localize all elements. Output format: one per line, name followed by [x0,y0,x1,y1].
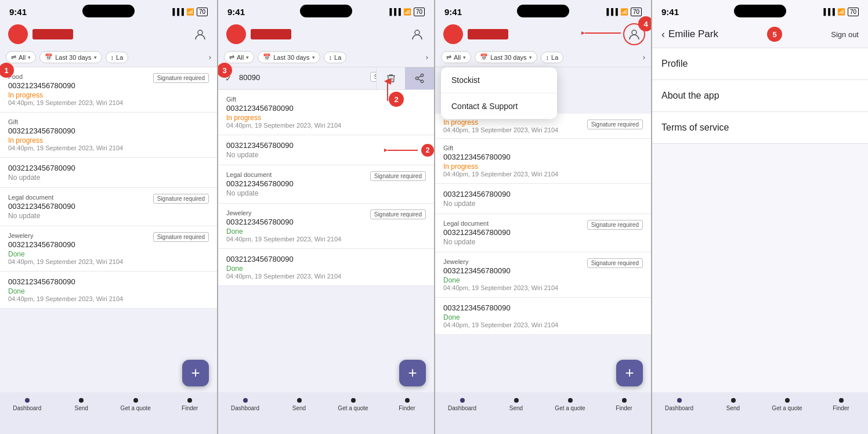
status-bar-1: 9:41 ▐▐▐ 📶 70 [0,0,217,21]
sig-badge: Signature required [153,194,209,204]
phone-panel-4: 9:41 ▐▐▐ 📶 70 ‹ Emilie Park 5 Sign out P… [651,0,868,434]
battery-icon: 70 [848,8,859,16]
nav-label: Finder [833,405,849,411]
list-item-jewelry-3: Jewelery 0032123456780090 Done 04:40pm, … [435,252,651,298]
nav-send-4[interactable]: Send [706,398,760,411]
nav-quote-4[interactable]: Get a quote [760,398,814,411]
nav-finder-1[interactable]: Finder [163,398,218,411]
nav-dot [514,398,519,403]
filter-date-1[interactable]: 📅 Last 30 days ▾ [39,51,102,63]
status-bar-3: 9:41 ▐▐▐ 📶 70 [435,0,651,21]
step-badge-5: 5 [767,27,782,42]
swipe-container: 80090 Signature required ✓ [218,67,434,90]
item-code: 0032123456780090 [443,303,643,312]
profile-menu: Profile About the app Terms of service [652,48,868,144]
nav-label: Send [726,405,740,411]
logo-bar-1 [32,29,73,39]
item-status: In progress [226,114,426,122]
signal-icon: ▐▐▐ [821,8,834,15]
status-icons-1: ▐▐▐ 📶 70 [170,8,208,16]
item-code: 0032123456780090 [443,190,643,198]
nav-dot [133,398,138,403]
status-time-1: 9:41 [9,7,27,17]
bottom-nav-1: Dashboard Send Get a quote Finder [0,392,217,434]
profile-menu-item-profile[interactable]: Profile [652,48,868,80]
nav-dashboard-3[interactable]: Dashboard [435,398,489,411]
profile-header: ‹ Emilie Park 5 Sign out [652,21,868,48]
back-chevron-icon: ‹ [661,28,665,41]
fab-button-3[interactable]: + [616,360,643,386]
plus-icon: + [625,365,634,380]
nav-dashboard-2[interactable]: Dashboard [218,398,272,411]
profile-back-button[interactable]: ‹ Emilie Park [661,28,718,41]
dropdown-contact-support[interactable]: Contact & Support [441,93,557,119]
filter-all-3[interactable]: ⇌ All ▾ [441,51,471,63]
logo-circle-3 [443,24,463,44]
item-status: No update [226,189,426,197]
nav-send-1[interactable]: Send [55,398,109,411]
filter-sort-2[interactable]: ↕ La [324,52,347,63]
arrow-right-icon-3[interactable]: › [643,53,645,62]
item-status: No update [8,173,209,182]
status-bar-2: 9:41 ▐▐▐ 📶 70 [218,0,434,21]
dropdown-stockist[interactable]: Stockist [441,67,557,93]
item-date: 04:40pm, 19 September 2023, Wiri 2104 [443,284,643,291]
sign-out-button[interactable]: Sign out [831,30,859,39]
nav-label: Finder [616,405,632,411]
nav-finder-2[interactable]: Finder [380,398,434,411]
filter-date-2[interactable]: 📅 Last 30 days ▾ [258,51,320,63]
filter-sort-1[interactable]: ↕ La [106,52,129,63]
nav-send-2[interactable]: Send [272,398,326,411]
fab-button-1[interactable]: + [182,360,209,386]
nav-dot [677,398,682,403]
fab-button-2[interactable]: + [399,360,426,386]
item-status: No update [443,200,643,208]
logo-area-2 [226,24,291,44]
nav-quote-1[interactable]: Get a quote [108,398,163,411]
nav-dashboard-4[interactable]: Dashboard [652,398,706,411]
nav-send-3[interactable]: Send [489,398,543,411]
profile-icon-btn-1[interactable] [191,26,209,43]
chevron-down-icon: ▾ [28,55,31,60]
wifi-icon: 📶 [837,8,845,16]
nav-dot [297,398,302,403]
item-date: 04:40pm, 19 September 2023, Wiri 2104 [443,171,643,178]
filter-all-1[interactable]: ⇌ All ▾ [6,51,36,63]
plus-icon: + [191,365,200,380]
nav-finder-4[interactable]: Finder [814,398,868,411]
item-date: 04:40pm, 19 September 2023, Wiri 2104 [226,273,426,280]
profile-icon-btn-2[interactable] [408,26,426,43]
item-status: In progress [8,91,209,99]
filter-date-3[interactable]: 📅 Last 30 days ▾ [475,51,537,63]
sig-badge: Signature required [153,232,209,242]
status-bar-4: 9:41 ▐▐▐ 📶 70 [652,0,868,21]
nav-label: Send [75,405,88,411]
wifi-icon: 📶 [620,8,628,16]
list-item-done-1: 0032123456780090 Done 04:40pm, 19 Septem… [0,272,217,309]
filter-icon: ⇌ [11,53,16,61]
filter-all-2[interactable]: ⇌ All ▾ [224,51,254,63]
nav-label: Dashboard [231,405,259,411]
filter-sort-3[interactable]: ↕ La [541,52,564,63]
nav-quote-3[interactable]: Get a quote [543,398,597,411]
phone-panel-3: 9:41 ▐▐▐ 📶 70 4 [434,0,651,434]
nav-finder-3[interactable]: Finder [597,398,651,411]
profile-menu-item-about[interactable]: About the app [652,80,868,112]
profile-menu-item-terms[interactable]: Terms of service [652,112,868,144]
arrow-right-icon-2[interactable]: › [426,53,428,62]
share-action[interactable] [405,67,434,89]
sig-badge: Signature required [370,171,426,181]
status-icons-2: ▐▐▐ 📶 70 [387,8,425,16]
arrow-right-icon-1[interactable]: › [209,53,211,62]
nav-dashboard-1[interactable]: Dashboard [0,398,55,411]
item-status: Done [443,313,643,321]
battery-icon: 70 [631,8,642,16]
nav-quote-2[interactable]: Get a quote [326,398,380,411]
nav-label: Finder [399,405,415,411]
nav-dot [405,398,410,403]
item-date: 04:40pm, 19 September 2023, Wiri 2104 [443,321,643,328]
list-item-legal-2: Legal document 0032123456780090 No updat… [218,165,434,204]
filter-bar-3: ⇌ All ▾ 📅 Last 30 days ▾ ↕ La › [435,48,651,67]
status-pill-2 [300,5,352,17]
status-pill-3 [517,5,569,17]
